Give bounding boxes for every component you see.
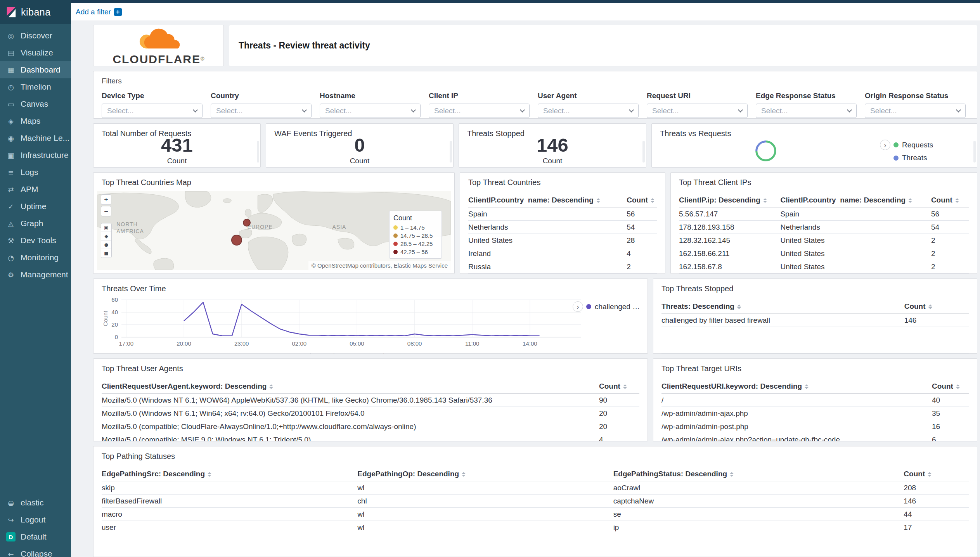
filter-label: Client IP — [429, 92, 530, 100]
column-header[interactable]: Count — [599, 379, 639, 394]
sidebar-item-dev-tools[interactable]: ⚒Dev Tools — [0, 232, 71, 249]
filter-country-select[interactable]: Select... — [211, 104, 312, 118]
legend-expand-button[interactable]: › — [880, 140, 890, 150]
metric-body: 146 Count — [459, 124, 646, 167]
sidebar-footer-item-collapse[interactable]: ←Collapse — [0, 545, 71, 557]
map-legend-item: 28.5 – 42.25 — [393, 240, 438, 247]
table-row: Mozilla/5.0 (Windows NT 6.1; Win64; x64;… — [102, 407, 639, 420]
column-header[interactable]: Threats: Descending — [661, 299, 904, 314]
table-cell: Spain — [468, 208, 627, 221]
sidebar-nav: ◎Discover▤Visualize▦Dashboard◷Timelion▭C… — [0, 27, 71, 283]
filter-label: Device Type — [102, 92, 203, 100]
table-cell: user — [102, 521, 357, 534]
column-header[interactable]: Count — [904, 299, 969, 314]
map-canvas[interactable]: NORTH AMERICAEUROPEASIA + − ▣◆●■ Count 1… — [97, 191, 451, 270]
line-chart-legend[interactable]: › challenged by filter based firewall — [573, 301, 641, 312]
sort-icon — [623, 384, 627, 389]
sort-icon — [269, 384, 273, 389]
svg-text:02:00: 02:00 — [292, 340, 307, 347]
table-row: 178.128.193.158Netherlands54 — [679, 221, 969, 234]
threats-over-time-chart[interactable]: 020406017:0020:0023:0002:0005:0008:0011:… — [101, 295, 590, 354]
tool-circle-icon[interactable]: ● — [101, 240, 111, 249]
sidebar-item-dashboard[interactable]: ▦Dashboard — [0, 61, 71, 78]
sidebar-footer-item-default-space[interactable]: DDefault — [0, 528, 71, 545]
table-cell: 20 — [599, 420, 639, 433]
sidebar-item-label: Infrastructure — [21, 150, 69, 160]
add-filter-link[interactable]: Add a filter + — [76, 8, 122, 16]
table-row: 162.158.67.8United States2 — [679, 260, 969, 273]
table-cell: 162.158.67.8 — [679, 260, 780, 273]
sidebar-item-discover[interactable]: ◎Discover — [0, 27, 71, 44]
panel-title: Top Threat Client IPs — [671, 173, 977, 187]
chevron-down-icon — [847, 107, 852, 112]
sidebar-item-visualize[interactable]: ▤Visualize — [0, 44, 71, 61]
sidebar-item-graph[interactable]: ◬Graph — [0, 215, 71, 232]
sidebar-item-management[interactable]: ⚙Management — [0, 266, 71, 283]
filter-label: User Agent — [538, 92, 639, 100]
map-draw-tools: ▣◆●■ — [101, 223, 112, 258]
filter-fields: Device TypeSelect...CountrySelect...Host… — [102, 92, 969, 118]
sidebar-item-apm[interactable]: ⇄APM — [0, 181, 71, 198]
select-placeholder: Select... — [870, 107, 897, 115]
map-legend-items: 1 – 14.7514.75 – 28.528.5 – 42.2542.25 –… — [393, 224, 438, 255]
panel-scrollbar[interactable] — [257, 141, 259, 163]
kibana-logo[interactable]: kibana — [0, 0, 71, 24]
tool-polygon-icon[interactable]: ◆ — [101, 232, 111, 240]
column-header[interactable]: ClientIP.country_name: Descending — [468, 193, 627, 208]
sidebar-item-timelion[interactable]: ◷Timelion — [0, 78, 71, 95]
sidebar-item-canvas[interactable]: ▭Canvas — [0, 95, 71, 112]
filter-origin-response-status-select[interactable]: Select... — [865, 104, 966, 118]
column-header[interactable]: Count — [627, 193, 657, 208]
tool-box-select-icon[interactable]: ▣ — [101, 223, 111, 232]
column-header[interactable]: Count — [931, 193, 969, 208]
chevron-down-icon — [629, 107, 634, 112]
sidebar-footer-item-logout[interactable]: ↪Logout — [0, 511, 71, 528]
column-header[interactable]: EdgePathingSrc: Descending — [102, 467, 357, 481]
filter-edge-response-status-select[interactable]: Select... — [756, 104, 857, 118]
svg-text:17:00: 17:00 — [119, 340, 134, 347]
legend-label: challenged by filter based firewall — [595, 303, 641, 311]
sidebar-item-uptime[interactable]: ✓Uptime — [0, 198, 71, 215]
sidebar-footer-item-elastic[interactable]: ◒elastic — [0, 494, 71, 511]
legend-item-requests[interactable]: › Requests — [880, 140, 977, 150]
svg-text:40: 40 — [111, 309, 118, 315]
column-header[interactable]: ClientRequestURI.keyword: Descending — [661, 379, 932, 394]
column-header[interactable]: Count — [904, 467, 969, 481]
table-cell: 90 — [599, 394, 639, 407]
column-header[interactable]: ClientIP.country_name: Descending — [780, 193, 931, 208]
legend-expand-button[interactable]: › — [573, 301, 583, 312]
tool-rectangle-icon[interactable]: ■ — [101, 249, 111, 258]
sidebar-item-machine-learning[interactable]: ◉Machine Le... — [0, 130, 71, 147]
table-cell: 2 — [931, 260, 969, 273]
panel-scrollbar[interactable] — [973, 141, 976, 163]
zoom-in-button[interactable]: + — [101, 194, 111, 205]
legend-color-dot — [393, 250, 398, 254]
table-cell: /wp-admin/admin-ajax.php?action=update-g… — [661, 433, 932, 442]
filter-user-agent-select[interactable]: Select... — [538, 104, 639, 118]
chevron-down-icon — [411, 107, 416, 112]
table-cell: Netherlands — [468, 221, 627, 234]
cloudflare-text: CLOUDFLARE — [113, 53, 201, 66]
column-header[interactable]: Count — [932, 379, 969, 394]
sidebar-item-monitoring[interactable]: ◔Monitoring — [0, 249, 71, 266]
column-header[interactable]: ClientRequestUserAgent.keyword: Descendi… — [102, 379, 599, 394]
panel-scrollbar[interactable] — [450, 141, 452, 163]
map-region-label: NORTH AMERICA — [116, 221, 155, 235]
filter-device-type-select[interactable]: Select... — [102, 104, 203, 118]
sidebar-item-maps[interactable]: ◈Maps — [0, 112, 71, 130]
filter-request-uri-select[interactable]: Select... — [647, 104, 748, 118]
filter-client-ip-select[interactable]: Select... — [429, 104, 530, 118]
column-header[interactable]: ClientIP.ip: Descending — [679, 193, 780, 208]
map-attribution[interactable]: © OpenStreetMap contributors, Elastic Ma… — [308, 261, 451, 270]
filter-hostname-select[interactable]: Select... — [320, 104, 421, 118]
chevron-down-icon — [520, 107, 525, 112]
sidebar-footer-label: Collapse — [21, 549, 52, 557]
panel-scrollbar[interactable] — [642, 141, 645, 163]
sidebar-item-logs[interactable]: ≡Logs — [0, 164, 71, 181]
legend-item-threats[interactable]: Threats — [893, 154, 977, 162]
zoom-out-button[interactable]: − — [101, 206, 111, 216]
sidebar-item-infrastructure[interactable]: ▣Infrastructure — [0, 147, 71, 164]
threats-vs-requests-donut[interactable] — [755, 140, 777, 162]
column-header[interactable]: EdgePathingOp: Descending — [357, 467, 613, 481]
column-header[interactable]: EdgePathingStatus: Descending — [613, 467, 904, 481]
